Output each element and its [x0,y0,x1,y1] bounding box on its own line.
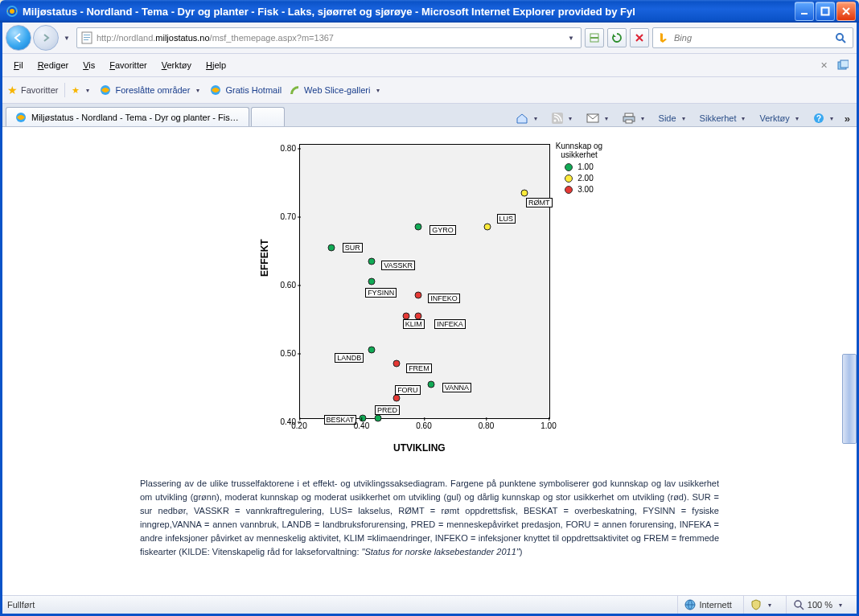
svg-rect-20 [625,113,633,117]
nav-forward-button[interactable] [33,25,59,51]
data-point-label: INFEKO [428,294,460,303]
globe-icon [684,599,696,610]
page-menu[interactable]: Side▾ [656,112,692,125]
mail-button[interactable]: ▾ [583,112,614,125]
legend-title: Kunnskap og usikkerhet [550,142,608,159]
chart-caption: Plassering av de ulike trusselfaktorene … [140,477,719,559]
address-history-dropdown[interactable]: ▼ [568,35,574,42]
stop-button[interactable] [630,28,649,47]
legend-item: 1.00 [550,162,608,171]
data-point [368,347,376,354]
tabbar: Miljøstatus - Nordland - Tema - Dyr og p… [2,104,857,127]
x-tick: 0.20 [291,421,306,430]
menu-fil[interactable]: Fil [7,58,30,72]
x-tick: 0.60 [416,421,431,430]
data-point-label: FYSINN [365,288,397,298]
page-icon [80,31,93,44]
svg-rect-22 [626,120,632,123]
data-point-label: RØMT [526,198,553,207]
svg-point-18 [553,120,556,122]
x-tick: 1.00 [540,421,556,430]
y-tick: 0.80 [273,144,296,153]
tab-active[interactable]: Miljøstatus - Nordland - Tema - Dyr og p… [6,107,249,126]
refresh-button[interactable] [607,28,627,47]
star-icon: ★ [7,84,18,97]
shield-icon [750,599,762,610]
data-point [374,415,381,422]
x-axis-label: UTVIKLING [393,442,446,454]
recent-pages-dropdown[interactable]: ▼ [64,35,70,42]
window-title: Miljøstatus - Nordland - Tema - Dyr og p… [23,6,795,18]
tools-menu[interactable]: Verktøy▾ [756,112,804,125]
vertical-scrollbar-thumb[interactable] [842,354,857,444]
data-point [415,292,422,299]
data-point-label: GYRO [430,225,456,235]
data-point-label: FREM [406,363,432,373]
ie-icon [6,5,18,18]
close-icon[interactable]: ✕ [816,60,832,71]
zoom-control[interactable]: 100 % ▾ [786,596,852,614]
menu-favoritter[interactable]: Favoritter [103,58,153,72]
search-input[interactable] [672,32,828,43]
x-tick: 0.80 [479,421,494,430]
favbar-link-hotmail[interactable]: Gratis Hotmail [209,84,282,97]
new-tab-button[interactable] [251,107,285,126]
data-point [483,224,491,231]
data-point [393,394,401,401]
data-point [427,380,434,388]
safety-menu[interactable]: Sikkerhet▾ [697,112,752,125]
scatter-chart: SURVASSKRFYSINNGYROLANDBBESKATPREDVANNAL… [253,140,606,458]
home-button[interactable]: ▾ [512,110,544,126]
svg-text:?: ? [816,114,821,123]
window-maximize-button[interactable] [816,2,835,21]
restore-tabs-icon[interactable] [834,60,852,71]
svg-rect-5 [84,35,90,35]
data-point [521,189,528,196]
nav-back-button[interactable] [6,25,31,51]
svg-rect-13 [841,60,849,68]
add-favorite-button[interactable]: ★▾ [72,85,92,96]
data-point [368,257,376,265]
help-button[interactable]: ?▾ [810,111,840,125]
menu-verktoy[interactable]: Verktøy [155,58,198,72]
menu-vis[interactable]: Vis [76,58,101,72]
status-text: Fullført [7,600,35,610]
data-point-label: KLIM [403,319,425,329]
bing-icon [656,31,669,44]
protected-mode[interactable]: ▾ [743,596,781,614]
ie-small-icon [209,84,222,97]
data-point [415,312,422,319]
compat-view-button[interactable] [585,28,604,47]
window-close-button[interactable] [836,2,856,21]
star-add-icon: ★ [72,85,80,96]
menu-hjelp[interactable]: Hjelp [199,58,232,72]
data-point [327,244,335,251]
window-minimize-button[interactable] [795,2,814,21]
svg-rect-3 [822,8,829,15]
search-box[interactable] [652,27,853,48]
favbar-link-webslice[interactable]: Web Slice-galleri▾ [288,84,383,97]
navigation-toolbar: ▼ http://nordland.miljostatus.no/msf_the… [2,23,857,54]
svg-point-26 [795,601,801,607]
search-go-button[interactable] [832,29,849,47]
legend-item: 3.00 [550,185,608,194]
favbar-link-suggested[interactable]: Foreslåtte områder▾ [99,84,203,97]
address-bar[interactable]: http://nordland.miljostatus.no/msf_theme… [76,27,582,48]
data-point [415,224,422,231]
data-point-label: VANNA [442,383,471,392]
svg-rect-7 [84,39,88,40]
data-point-label: PRED [375,405,400,415]
window-titlebar: Miljøstatus - Nordland - Tema - Dyr og p… [0,0,859,23]
security-zone[interactable]: Internett [677,596,738,614]
menu-rediger[interactable]: Rediger [31,58,76,72]
favorites-button[interactable]: ★ Favoritter [7,84,58,97]
menubar: Fil Rediger Vis Favoritter Verktøy Hjelp… [2,54,857,77]
x-tick: 0.40 [354,421,369,430]
page-viewport[interactable]: SURVASSKRFYSINNGYROLANDBBESKATPREDVANNAL… [2,127,857,595]
print-button[interactable]: ▾ [619,111,651,125]
webslice-icon [288,84,301,97]
tab-label: Miljøstatus - Nordland - Tema - Dyr og p… [31,113,240,122]
svg-rect-6 [84,37,90,38]
toolbar-overflow[interactable]: » [845,113,850,125]
feeds-button[interactable]: ▾ [549,111,578,125]
